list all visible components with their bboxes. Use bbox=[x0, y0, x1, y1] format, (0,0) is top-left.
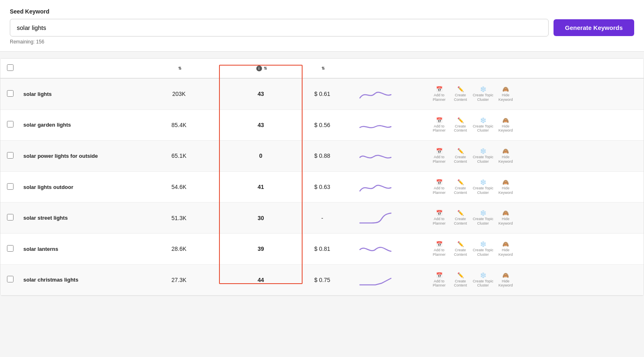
create-content-label: CreateContent bbox=[454, 248, 467, 257]
row-checkbox[interactable] bbox=[7, 183, 14, 190]
cluster-icon: ❄️ bbox=[480, 210, 486, 216]
keywords-table: ⇅ i ⇅ ⇅ solar lights 203K 43 bbox=[0, 58, 644, 296]
create-topic-cluster-button[interactable]: ❄️ Create TopicCluster bbox=[473, 210, 493, 226]
create-content-label: CreateContent bbox=[454, 279, 467, 288]
hide-keyword-label: HideKeyword bbox=[498, 155, 513, 164]
row-checkbox[interactable] bbox=[7, 90, 14, 97]
cluster-icon: ❄️ bbox=[480, 179, 486, 185]
difficulty-cell: 0 bbox=[220, 152, 302, 159]
action-cell: 📅 Add toPlanner ✏️ CreateContent ❄️ Crea… bbox=[408, 86, 515, 102]
volume-sort-icon[interactable]: ⇅ bbox=[178, 66, 182, 70]
row-checkbox[interactable] bbox=[7, 152, 14, 159]
trends-cell bbox=[343, 148, 408, 163]
row-checkbox-cell[interactable] bbox=[7, 152, 23, 160]
create-content-button[interactable]: ✏️ CreateContent bbox=[452, 148, 470, 164]
difficulty-info-icon[interactable]: i bbox=[256, 66, 262, 71]
add-to-planner-button[interactable]: 📅 Add toPlanner bbox=[430, 241, 448, 257]
hide-icon: 🙈 bbox=[502, 210, 509, 216]
add-planner-label: Add toPlanner bbox=[433, 93, 445, 102]
create-content-button[interactable]: ✏️ CreateContent bbox=[452, 117, 470, 133]
create-content-label: CreateContent bbox=[454, 124, 467, 133]
create-content-button[interactable]: ✏️ CreateContent bbox=[452, 272, 470, 288]
row-checkbox-cell[interactable] bbox=[7, 183, 23, 191]
row-checkbox-cell[interactable] bbox=[7, 121, 23, 129]
add-to-planner-button[interactable]: 📅 Add toPlanner bbox=[430, 148, 448, 164]
action-cell: 📅 Add toPlanner ✏️ CreateContent ❄️ Crea… bbox=[408, 272, 515, 288]
action-cell: 📅 Add toPlanner ✏️ CreateContent ❄️ Crea… bbox=[408, 179, 515, 195]
cpc-cell: $ 0.81 bbox=[302, 246, 343, 252]
create-content-button[interactable]: ✏️ CreateContent bbox=[452, 241, 470, 257]
hide-keyword-button[interactable]: 🙈 HideKeyword bbox=[497, 241, 515, 257]
cluster-icon: ❄️ bbox=[480, 241, 486, 247]
hide-icon: 🙈 bbox=[502, 179, 509, 185]
hide-icon: 🙈 bbox=[502, 148, 509, 154]
generate-keywords-button[interactable]: Generate Keywords bbox=[554, 19, 634, 36]
col-header-difficulty: i ⇅ bbox=[220, 66, 302, 71]
cpc-cell: $ 0.88 bbox=[302, 152, 343, 159]
hide-keyword-button[interactable]: 🙈 HideKeyword bbox=[497, 148, 515, 164]
row-checkbox[interactable] bbox=[7, 214, 14, 221]
select-all-checkbox-cell[interactable] bbox=[7, 64, 23, 72]
create-topic-cluster-button[interactable]: ❄️ Create TopicCluster bbox=[473, 272, 493, 288]
cluster-icon: ❄️ bbox=[480, 272, 486, 278]
volume-cell: 65.1K bbox=[138, 152, 220, 159]
hide-keyword-button[interactable]: 🙈 HideKeyword bbox=[497, 272, 515, 288]
create-topic-label: Create TopicCluster bbox=[473, 186, 493, 195]
add-planner-label: Add toPlanner bbox=[433, 186, 445, 195]
row-checkbox[interactable] bbox=[7, 245, 14, 252]
row-checkbox[interactable] bbox=[7, 121, 14, 127]
top-section: Seed Keyword Generate Keywords Remaining… bbox=[0, 0, 644, 52]
create-content-button[interactable]: ✏️ CreateContent bbox=[452, 179, 470, 195]
hide-keyword-label: HideKeyword bbox=[498, 248, 513, 257]
calendar-icon: 📅 bbox=[436, 86, 443, 92]
seed-keyword-input[interactable] bbox=[10, 19, 549, 36]
create-content-button[interactable]: ✏️ CreateContent bbox=[452, 86, 470, 102]
hide-keyword-button[interactable]: 🙈 HideKeyword bbox=[497, 117, 515, 133]
keyword-cell: solar garden lights bbox=[23, 122, 138, 128]
difficulty-cell: 43 bbox=[220, 91, 302, 97]
create-topic-cluster-button[interactable]: ❄️ Create TopicCluster bbox=[473, 117, 493, 133]
create-topic-cluster-button[interactable]: ❄️ Create TopicCluster bbox=[473, 86, 493, 102]
create-content-button[interactable]: ✏️ CreateContent bbox=[452, 210, 470, 226]
add-to-planner-button[interactable]: 📅 Add toPlanner bbox=[430, 117, 448, 133]
cluster-icon: ❄️ bbox=[480, 148, 486, 154]
add-to-planner-button[interactable]: 📅 Add toPlanner bbox=[430, 86, 448, 102]
add-planner-label: Add toPlanner bbox=[433, 248, 445, 257]
col-header-volume: ⇅ bbox=[138, 66, 220, 70]
remaining-text: Remaining: 156 bbox=[10, 39, 634, 45]
create-topic-label: Create TopicCluster bbox=[473, 124, 493, 133]
add-to-planner-button[interactable]: 📅 Add toPlanner bbox=[430, 272, 448, 288]
trends-cell bbox=[343, 211, 408, 225]
create-topic-cluster-button[interactable]: ❄️ Create TopicCluster bbox=[473, 148, 493, 164]
hide-keyword-button[interactable]: 🙈 HideKeyword bbox=[497, 86, 515, 102]
create-topic-label: Create TopicCluster bbox=[473, 93, 493, 102]
add-to-planner-button[interactable]: 📅 Add toPlanner bbox=[430, 210, 448, 226]
cpc-cell: $ 0.56 bbox=[302, 122, 343, 128]
row-checkbox-cell[interactable] bbox=[7, 90, 23, 98]
edit-icon: ✏️ bbox=[457, 179, 464, 185]
calendar-icon: 📅 bbox=[436, 272, 443, 278]
action-cell: 📅 Add toPlanner ✏️ CreateContent ❄️ Crea… bbox=[408, 148, 515, 164]
edit-icon: ✏️ bbox=[457, 210, 464, 216]
cluster-icon: ❄️ bbox=[480, 117, 486, 123]
create-topic-cluster-button[interactable]: ❄️ Create TopicCluster bbox=[473, 179, 493, 195]
volume-cell: 203K bbox=[138, 91, 220, 97]
add-to-planner-button[interactable]: 📅 Add toPlanner bbox=[430, 179, 448, 195]
hide-keyword-button[interactable]: 🙈 HideKeyword bbox=[497, 179, 515, 195]
seed-row: Generate Keywords bbox=[10, 19, 634, 36]
cpc-sort-icon[interactable]: ⇅ bbox=[321, 66, 325, 70]
action-cell: 📅 Add toPlanner ✏️ CreateContent ❄️ Crea… bbox=[408, 241, 515, 257]
create-topic-label: Create TopicCluster bbox=[473, 279, 493, 288]
action-cell: 📅 Add toPlanner ✏️ CreateContent ❄️ Crea… bbox=[408, 117, 515, 133]
row-checkbox[interactable] bbox=[7, 276, 14, 282]
cpc-cell: $ 0.75 bbox=[302, 277, 343, 283]
row-checkbox-cell[interactable] bbox=[7, 214, 23, 222]
row-checkbox-cell[interactable] bbox=[7, 276, 23, 284]
select-all-checkbox[interactable] bbox=[7, 64, 14, 71]
hide-keyword-button[interactable]: 🙈 HideKeyword bbox=[497, 210, 515, 226]
add-planner-label: Add toPlanner bbox=[433, 217, 445, 226]
table-row: solar lanterns 28.6K 39 $ 0.81 📅 Add toP… bbox=[0, 234, 644, 265]
create-topic-cluster-button[interactable]: ❄️ Create TopicCluster bbox=[473, 241, 493, 257]
difficulty-sort-icon[interactable]: ⇅ bbox=[264, 66, 267, 70]
row-checkbox-cell[interactable] bbox=[7, 245, 23, 253]
